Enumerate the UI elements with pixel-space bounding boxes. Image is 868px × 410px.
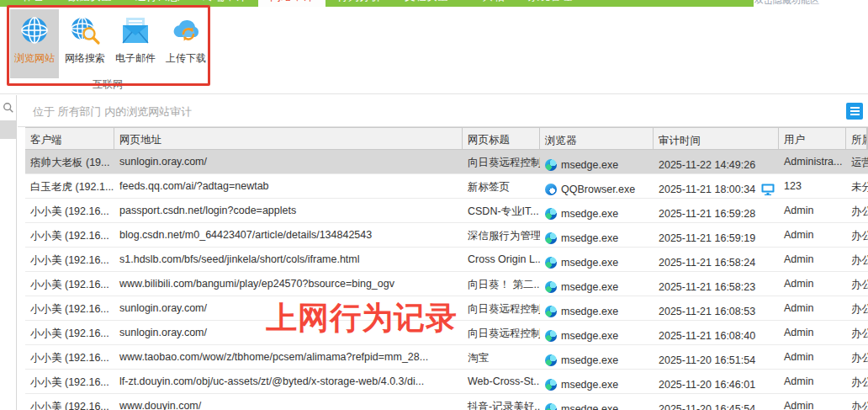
cell-url: blog.csdn.net/m0_64423407/article/detail…	[114, 223, 463, 247]
table-row[interactable]: 痞帅大老板 (19...sunlogin.oray.com/向日葵远程控制...…	[25, 150, 868, 174]
audit-time: 2025-11-21 16:58:24	[659, 257, 755, 269]
cell-client: 小小美 (192.16...	[25, 296, 114, 320]
audit-time: 2025-11-22 14:49:26	[659, 159, 755, 171]
ribbon-panel: 浏览网站网络搜索电子邮件上传下载 互联网	[0, 7, 868, 94]
browser-name: QQBrowser.exe	[561, 184, 635, 195]
cell-client: 小小美 (192.16...	[25, 272, 114, 296]
audit-time: 2025-11-21 18:00:34	[659, 184, 755, 195]
filter-bar: 位于 所有部门 内的浏览网站审计	[18, 95, 868, 127]
cell-user: Admin	[779, 296, 846, 320]
tab-8[interactable]: 工具箱	[460, 0, 516, 7]
list-view-icon[interactable]	[846, 103, 863, 120]
cell-time: 2025-11-21 16:08:40	[654, 321, 779, 344]
tab-6[interactable]: 行为分析	[326, 0, 393, 7]
ribbon-button-3[interactable]: 电子邮件	[111, 9, 160, 78]
table-body: 痞帅大老板 (19...sunlogin.oray.com/向日葵远程控制...…	[25, 150, 868, 410]
cell-user: Admin	[779, 345, 846, 369]
globe-search-icon	[69, 14, 101, 46]
ribbon-tab-bar: 工作台数据安全运行日志终端审计网络审计行为分析文档安全工具箱系统管理 双击隐藏功…	[0, 0, 868, 7]
email-icon	[119, 14, 151, 46]
column-header-2[interactable]: 网页地址	[114, 128, 463, 149]
tab-2[interactable]: 数据安全	[56, 0, 124, 7]
table-row[interactable]: 小小美 (192.16...lf-zt.douyin.com/obj/uc-as…	[25, 370, 868, 394]
table-row[interactable]: 小小美 (192.16...s1.hdslb.com/bfs/seed/jink…	[25, 248, 868, 272]
cell-browser: msedge.exe	[540, 321, 654, 344]
browser-name: msedge.exe	[561, 208, 618, 220]
browser-name: msedge.exe	[561, 257, 618, 269]
ribbon-button-1[interactable]: 浏览网站	[10, 9, 59, 78]
cell-user: Admin	[779, 199, 846, 222]
cell-department: 办公	[846, 199, 868, 222]
tab-4[interactable]: 终端审计	[191, 0, 258, 7]
cell-url: s1.hdslb.com/bfs/seed/jinkela/short/cols…	[114, 248, 463, 271]
cell-browser: msedge.exe	[540, 370, 654, 393]
edge-browser-icon	[545, 403, 557, 410]
cell-user: Admin	[779, 223, 846, 247]
cell-browser: msedge.exe	[540, 345, 654, 369]
search-icon[interactable]	[3, 102, 14, 114]
column-header-1[interactable]: 客户端	[25, 128, 114, 149]
cell-time: 2025-11-20 16:45:54	[654, 394, 779, 410]
column-header-5[interactable]: 审计时间	[654, 128, 779, 149]
ribbon-button-label: 浏览网站	[14, 51, 55, 66]
column-header-6[interactable]: 用户	[779, 128, 846, 149]
cell-title: CSDN-专业IT...	[463, 199, 540, 222]
cell-title: 向日葵！ 第二...	[463, 272, 540, 296]
qqbrowser-icon	[545, 184, 557, 195]
cell-department: 办公	[846, 272, 868, 296]
edge-browser-icon	[545, 232, 557, 244]
cell-client: 小小美 (192.16...	[25, 370, 114, 393]
cell-title: Cross Origin L...	[463, 248, 540, 271]
cell-title: 深信服行为管理...	[463, 223, 540, 247]
cell-time: 2025-11-20 16:51:54	[654, 345, 779, 369]
table-row[interactable]: 小小美 (192.16...passport.csdn.net/login?co…	[25, 199, 868, 223]
cell-client: 小小美 (192.16...	[25, 321, 114, 344]
cell-department: 办公	[846, 370, 868, 393]
cell-title: 抖音-记录美好...	[463, 394, 540, 410]
cell-title: 向日葵远程控制...	[463, 321, 540, 344]
cell-time: 2025-11-21 16:08:53	[654, 296, 779, 320]
column-header-7[interactable]: 所属	[846, 128, 867, 149]
table-row[interactable]: 小小美 (192.16...blog.csdn.net/m0_64423407/…	[25, 223, 868, 248]
ribbon-button-4[interactable]: 上传下载	[161, 9, 210, 78]
cell-browser: msedge.exe	[540, 150, 654, 173]
red-watermark-text: 上网行为记录	[266, 297, 458, 339]
cell-department: 运营	[846, 150, 868, 173]
cell-time: 2025-11-20 16:46:01	[654, 370, 779, 393]
table-row[interactable]: 小小美 (192.16...www.bilibili.com/bangumi/p…	[25, 272, 868, 296]
cell-time: 2025-11-21 16:58:23	[654, 272, 779, 296]
cell-url: sunlogin.oray.com/	[114, 150, 463, 173]
table-row[interactable]: 白玉老虎 (192.1...feeds.qq.com/ai/?adtag=new…	[25, 174, 868, 199]
column-header-3[interactable]: 网页标题	[463, 128, 540, 149]
cell-client: 小小美 (192.16...	[25, 394, 114, 410]
cell-time: 2025-11-21 16:59:19	[654, 223, 779, 247]
cell-department: 办公	[846, 394, 868, 410]
tab-strip: 工作台数据安全运行日志终端审计网络审计行为分析文档安全工具箱系统管理	[0, 0, 754, 7]
ribbon-button-label: 上传下载	[166, 51, 206, 66]
table-row[interactable]: 小小美 (192.16...www.taobao.com/wow/z/tbhom…	[25, 345, 868, 370]
tab-5[interactable]: 网络审计	[258, 0, 326, 7]
column-header-4[interactable]: 浏览器	[540, 128, 654, 149]
globe-icon	[19, 14, 50, 46]
tab-1[interactable]: 工作台	[0, 0, 56, 7]
edge-browser-icon	[545, 159, 557, 171]
table-header-row: 客户端网页地址网页标题浏览器审计时间用户所属	[25, 127, 868, 150]
rail-scroll-thumb[interactable]	[0, 120, 16, 139]
browser-name: msedge.exe	[561, 330, 618, 342]
audit-time: 2025-11-20 16:45:54	[659, 403, 755, 410]
audit-time: 2025-11-20 16:46:01	[659, 379, 755, 391]
ribbon-button-2[interactable]: 网络搜索	[61, 9, 109, 78]
cell-time: 2025-11-21 16:59:28	[654, 199, 779, 222]
tab-3[interactable]: 运行日志	[124, 0, 191, 7]
edge-browser-icon	[545, 281, 557, 293]
cell-url: feeds.qq.com/ai/?adtag=newtab	[114, 174, 463, 198]
cell-client: 白玉老虎 (192.1...	[25, 174, 114, 198]
cell-url: www.bilibili.com/bangumi/play/ep24570?bs…	[114, 272, 463, 296]
tab-9[interactable]: 系统管理	[516, 0, 584, 7]
ribbon-button-label: 电子邮件	[115, 51, 156, 66]
table-row[interactable]: 小小美 (192.16...www.douyin.com/抖音-记录美好...m…	[25, 394, 868, 410]
audit-time: 2025-11-21 16:59:19	[659, 232, 755, 244]
cell-title: 向日葵远程控制...	[463, 150, 540, 173]
cell-client: 小小美 (192.16...	[25, 199, 114, 222]
tab-7[interactable]: 文档安全	[393, 0, 460, 7]
